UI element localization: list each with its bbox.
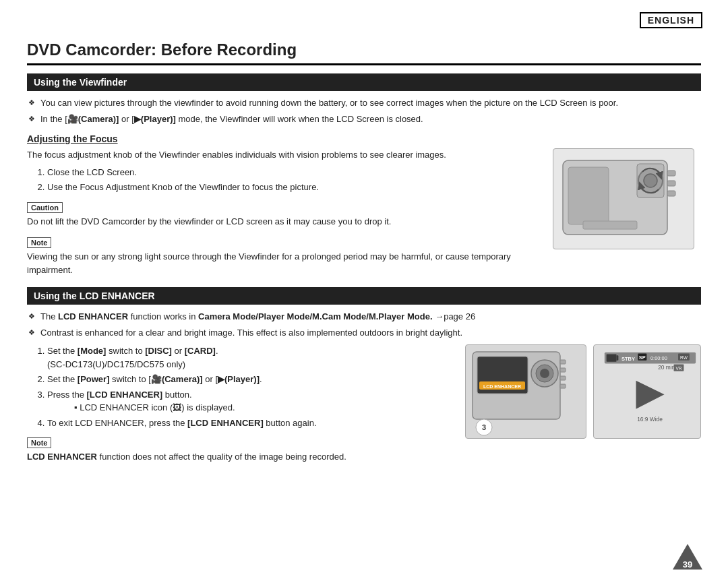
section-lcd-enhancer: Using the LCD ENHANCER bbox=[27, 287, 701, 305]
svg-rect-19 bbox=[560, 384, 566, 388]
svg-text:16:9 Wide: 16:9 Wide bbox=[637, 416, 663, 423]
svg-text:0:00:00: 0:00:00 bbox=[650, 355, 667, 361]
lcd-screen-svg: LCD ENHANCER 3 bbox=[467, 346, 585, 437]
svg-text:20 min: 20 min bbox=[658, 364, 675, 371]
svg-rect-25 bbox=[617, 355, 619, 360]
viewfinder-bullet-2: In the [🎥(Camera)] or [▶(Player)] mode, … bbox=[27, 113, 701, 126]
lcd-step-3-sub: LCD ENHANCER icon (🖼) is displayed. bbox=[54, 401, 454, 415]
svg-text:RW: RW bbox=[680, 355, 688, 360]
viewfinder-bullet-1: You can view pictures through the viewfi… bbox=[27, 96, 701, 110]
svg-text:SP: SP bbox=[639, 355, 646, 361]
camera-svg bbox=[556, 150, 691, 248]
focus-camera-image bbox=[553, 148, 701, 249]
svg-rect-17 bbox=[560, 368, 566, 372]
lcd-stby-diagram: STBY SP 0:00:00 RW 20 min VR bbox=[593, 344, 701, 439]
caution-label: Caution bbox=[27, 202, 63, 213]
lcd-bullet-2: Contrast is enhanced for a clear and bri… bbox=[27, 326, 701, 340]
focus-steps: Close the LCD Screen. Use the Focus Adju… bbox=[27, 166, 542, 194]
svg-rect-5 bbox=[667, 171, 675, 176]
note-text-lcd: LCD ENHANCER function does not affect th… bbox=[27, 450, 454, 464]
svg-text:VR: VR bbox=[675, 366, 681, 371]
focus-layout: The focus adjustment knob of the Viewfin… bbox=[27, 148, 701, 280]
page-number-area: 39 bbox=[673, 544, 702, 571]
camera-diagram bbox=[553, 148, 694, 249]
svg-rect-16 bbox=[560, 360, 566, 364]
note-label-lcd: Note bbox=[27, 437, 51, 448]
focus-description: The focus adjustment knob of the Viewfin… bbox=[27, 148, 542, 162]
note-label-focus: Note bbox=[27, 237, 51, 248]
lcd-images-area: LCD ENHANCER 3 bbox=[465, 344, 701, 439]
focus-step-2: Use the Focus Adjustment Knob of the Vie… bbox=[47, 181, 542, 194]
svg-text:STBY: STBY bbox=[621, 356, 635, 362]
lcd-step-3: Press the [LCD ENHANCER] button. LCD ENH… bbox=[47, 388, 454, 415]
svg-rect-18 bbox=[560, 376, 566, 380]
lcd-step-4: To exit LCD ENHANCER, press the [LCD ENH… bbox=[47, 417, 454, 430]
page: ENGLISH DVD Camcorder: Before Recording … bbox=[0, 0, 728, 481]
focus-text-area: The focus adjustment knob of the Viewfin… bbox=[27, 148, 542, 280]
section-viewfinder: Using the Viewfinder bbox=[27, 73, 701, 91]
lcd-step-2: Set the [Power] switch to [🎥(Camera)] or… bbox=[47, 373, 454, 386]
lcd-step-1: Set the [Mode] switch to [DISC] or [CARD… bbox=[47, 344, 454, 371]
svg-rect-8 bbox=[583, 221, 637, 229]
svg-rect-7 bbox=[667, 191, 675, 196]
svg-rect-24 bbox=[607, 354, 617, 361]
svg-rect-1 bbox=[568, 167, 609, 224]
lcd-screen-diagram: LCD ENHANCER 3 bbox=[465, 344, 586, 439]
note-text-lcd-rest: function does not affect the quality of … bbox=[97, 452, 346, 462]
lcd-bullet-1: The LCD ENHANCER function works in Camer… bbox=[27, 310, 701, 324]
svg-point-4 bbox=[644, 174, 657, 187]
caution-text: Do not lift the DVD Camcorder by the vie… bbox=[27, 215, 542, 228]
stby-svg: STBY SP 0:00:00 RW 20 min VR bbox=[598, 349, 702, 434]
svg-text:3: 3 bbox=[481, 423, 485, 431]
svg-text:LCD ENHANCER: LCD ENHANCER bbox=[483, 384, 521, 389]
lcd-steps-area: Set the [Mode] switch to [DISC] or [CARD… bbox=[27, 344, 454, 468]
focus-title: Adjusting the Focus bbox=[27, 133, 701, 144]
language-badge: ENGLISH bbox=[640, 12, 702, 28]
note-bold-lcd: LCD ENHANCER bbox=[27, 452, 97, 462]
page-title: DVD Camcorder: Before Recording bbox=[27, 40, 701, 65]
lcd-steps: Set the [Mode] switch to [DISC] or [CARD… bbox=[27, 344, 454, 429]
svg-rect-6 bbox=[667, 181, 675, 186]
svg-point-15 bbox=[540, 369, 549, 378]
note-text-focus: Viewing the sun or any strong light sour… bbox=[27, 250, 542, 276]
focus-step-1: Close the LCD Screen. bbox=[47, 166, 542, 179]
lcd-layout: Set the [Mode] switch to [DISC] or [CARD… bbox=[27, 344, 701, 468]
page-number: 39 bbox=[673, 559, 702, 570]
